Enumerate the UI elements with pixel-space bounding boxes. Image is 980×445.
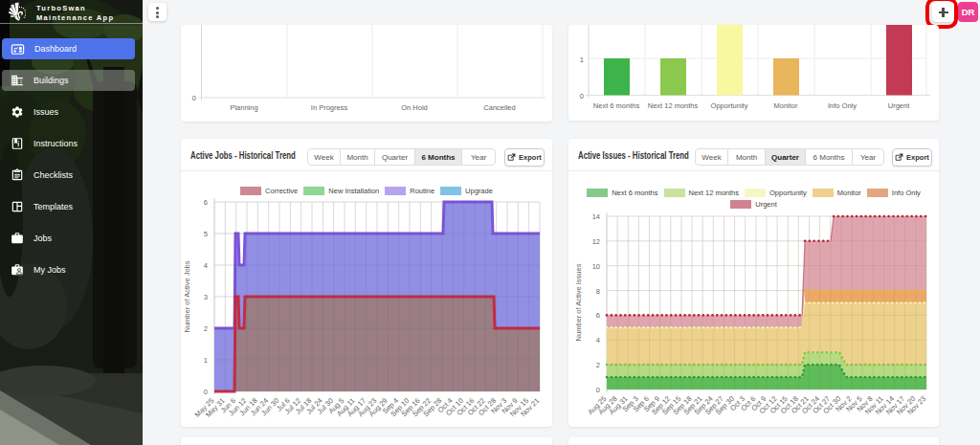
svg-text:Planning: Planning	[230, 103, 257, 112]
svg-text:In Progress: In Progress	[311, 103, 348, 112]
svg-text:6: 6	[204, 198, 208, 207]
svg-text:14: 14	[592, 212, 600, 221]
svg-text:2: 2	[204, 324, 208, 333]
svg-text:On Hold: On Hold	[401, 103, 428, 112]
svg-text:Number of Active Jobs: Number of Active Jobs	[183, 260, 191, 332]
svg-text:4: 4	[204, 261, 208, 270]
svg-text:3: 3	[204, 293, 208, 301]
svg-text:2: 2	[596, 361, 600, 369]
svg-text:8: 8	[596, 287, 600, 296]
svg-text:4: 4	[596, 336, 600, 345]
svg-text:Info Only: Info Only	[828, 101, 857, 110]
svg-text:Next 12 months: Next 12 months	[648, 101, 699, 110]
svg-text:10: 10	[592, 262, 600, 271]
svg-text:0: 0	[204, 388, 208, 396]
svg-text:1: 1	[580, 56, 584, 64]
svg-text:0: 0	[192, 94, 196, 102]
svg-text:6: 6	[596, 311, 600, 320]
svg-text:12: 12	[592, 237, 600, 246]
svg-text:Opportunity: Opportunity	[711, 101, 748, 110]
svg-text:0: 0	[596, 386, 600, 394]
svg-text:Urgent: Urgent	[888, 101, 910, 110]
svg-text:1: 1	[204, 356, 208, 365]
svg-text:Next 6 months: Next 6 months	[593, 101, 640, 110]
svg-text:Cancelled: Cancelled	[483, 103, 515, 112]
svg-text:Monitor: Monitor	[773, 101, 798, 110]
svg-text:5: 5	[204, 230, 208, 238]
svg-text:0: 0	[580, 92, 584, 100]
svg-text:Number of Active Issues: Number of Active Issues	[574, 263, 583, 341]
